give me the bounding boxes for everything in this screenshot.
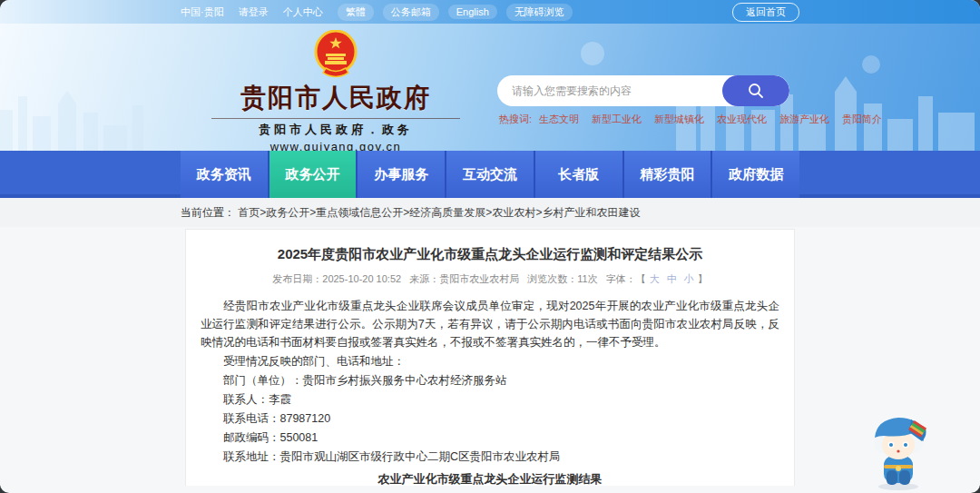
font-size-option[interactable]: 中 bbox=[667, 273, 677, 284]
contact-line: 联系地址：贵阳市观山湖区市级行政中心二期C区贵阳市农业农村局 bbox=[201, 448, 779, 466]
font-size-control: 字体：【大中小】 bbox=[606, 273, 708, 284]
hot-word-list: 生态文明新型工业化新型城镇化农业现代化旅游产业化贵阳简介 bbox=[539, 113, 895, 126]
profile-link[interactable]: 个人中心 bbox=[283, 5, 323, 19]
hot-word-link[interactable]: 旅游产业化 bbox=[779, 113, 829, 126]
site-banner: 贵阳市人民政府 贵阳市人民政府．政务 www.guiyang.gov.cn 热搜… bbox=[0, 24, 980, 198]
bokeh-decor bbox=[581, 42, 604, 65]
nav-item-办事服务[interactable]: 办事服务 bbox=[358, 151, 445, 198]
back-home-button[interactable]: 返回首页 bbox=[732, 3, 799, 22]
hot-search-label: 热搜词: bbox=[499, 113, 532, 126]
content-area: 2025年度贵阳市农业产业化市级重点龙头企业运行监测和评定结果公示 发布日期：2… bbox=[0, 227, 980, 486]
search-icon bbox=[748, 83, 764, 99]
contact-line: 联系人：李霞 bbox=[201, 390, 779, 409]
nav-item-政府数据[interactable]: 政府数据 bbox=[712, 151, 799, 198]
contact-line: 部门（单位）：贵阳市乡村振兴服务中心农村经济服务站 bbox=[201, 371, 779, 389]
nav-item-政务资讯[interactable]: 政务资讯 bbox=[181, 151, 268, 198]
login-link[interactable]: 请登录 bbox=[239, 5, 269, 19]
font-label-end: 】 bbox=[698, 273, 708, 284]
font-size-option[interactable]: 大 bbox=[650, 273, 660, 284]
hot-search-words: 热搜词: 生态文明新型工业化新型城镇化农业现代化旅游产业化贵阳简介 bbox=[499, 113, 895, 126]
region-link[interactable]: 中国·贵阳 bbox=[181, 5, 224, 19]
site-logo[interactable]: 贵阳市人民政府 贵阳市人民政府．政务 www.guiyang.gov.cn bbox=[211, 30, 460, 153]
search-button[interactable] bbox=[722, 75, 789, 106]
table-caption: 农业产业化市级重点龙头企业运行监测结果 bbox=[201, 471, 779, 486]
nav-item-精彩贵阳[interactable]: 精彩贵阳 bbox=[624, 151, 711, 198]
view-count: 浏览次数：11次 bbox=[527, 273, 597, 284]
font-label: 字体：【 bbox=[606, 273, 646, 284]
hot-word-link[interactable]: 生态文明 bbox=[539, 113, 579, 126]
article-source: 来源：贵阳市农业农村局 bbox=[409, 273, 519, 284]
utility-link[interactable]: 公务邮箱 bbox=[383, 4, 439, 21]
main-navigation: 政务资讯政务公开办事服务互动交流长者版精彩贵阳政府数据 bbox=[0, 151, 980, 198]
contact-line: 联系电话：87987120 bbox=[201, 409, 779, 428]
utility-link[interactable]: 无障碍浏览 bbox=[506, 4, 573, 21]
article-paragraph: 经贵阳市农业产业化市级重点龙头企业联席会议成员单位审定，现对2025年开展的农业… bbox=[201, 297, 779, 351]
font-size-buttons: 大中小 bbox=[646, 273, 698, 284]
utility-link[interactable]: 繁體 bbox=[338, 4, 374, 21]
mascot-assistant-icon[interactable] bbox=[862, 409, 935, 490]
utility-links: 繁體公务邮箱English无障碍浏览 bbox=[338, 4, 582, 21]
nav-item-长者版[interactable]: 长者版 bbox=[535, 151, 622, 198]
breadcrumb-path[interactable]: 首页>政务公开>重点领域信息公开>经济高质量发展>农业农村>乡村产业和农田建设 bbox=[238, 206, 640, 219]
article-body: 经贵阳市农业产业化市级重点龙头企业联席会议成员单位审定，现对2025年开展的农业… bbox=[201, 297, 779, 486]
article-paragraphs: 经贵阳市农业产业化市级重点龙头企业联席会议成员单位审定，现对2025年开展的农业… bbox=[201, 297, 779, 370]
breadcrumb-label: 当前位置： bbox=[181, 206, 235, 219]
breadcrumb-bar: 当前位置： 首页>政务公开>重点领域信息公开>经济高质量发展>农业农村>乡村产业… bbox=[0, 198, 980, 227]
contact-line: 邮政编码：550081 bbox=[201, 429, 779, 447]
nav-item-政务公开[interactable]: 政务公开 bbox=[270, 151, 357, 198]
article-paragraph: 受理情况反映的部门、电话和地址： bbox=[201, 352, 779, 370]
article-meta: 发布日期：2025-10-20 10:52 来源：贵阳市农业农村局 浏览次数：1… bbox=[201, 272, 779, 286]
site-title: 贵阳市人民政府 bbox=[211, 81, 460, 115]
font-size-option[interactable]: 小 bbox=[684, 273, 694, 284]
cityscape-decoration-left bbox=[0, 87, 163, 151]
article-card: 2025年度贵阳市农业产业化市级重点龙头企业运行监测和评定结果公示 发布日期：2… bbox=[185, 229, 795, 486]
nav-item-互动交流[interactable]: 互动交流 bbox=[446, 151, 534, 198]
utility-link[interactable]: English bbox=[448, 5, 497, 19]
hot-word-link[interactable]: 新型城镇化 bbox=[654, 113, 704, 126]
search-bar bbox=[497, 75, 789, 106]
hot-word-link[interactable]: 农业现代化 bbox=[717, 113, 767, 126]
browser-page: 中国·贵阳 请登录 个人中心 繁體公务邮箱English无障碍浏览 返回首页 bbox=[0, 0, 980, 493]
publish-date: 发布日期：2025-10-20 10:52 bbox=[272, 273, 401, 284]
article-title: 2025年度贵阳市农业产业化市级重点龙头企业运行监测和评定结果公示 bbox=[201, 246, 779, 263]
hot-word-link[interactable]: 新型工业化 bbox=[592, 113, 642, 126]
site-subtitle: 贵阳市人民政府．政务 bbox=[211, 118, 460, 138]
top-utility-bar: 中国·贵阳 请登录 个人中心 繁體公务邮箱English无障碍浏览 返回首页 bbox=[0, 0, 980, 24]
hot-word-link[interactable]: 贵阳简介 bbox=[842, 113, 882, 126]
breadcrumb: 当前位置： 首页>政务公开>重点领域信息公开>经济高质量发展>农业农村>乡村产业… bbox=[181, 205, 799, 221]
national-emblem-icon bbox=[314, 30, 358, 79]
contact-info: 部门（单位）：贵阳市乡村振兴服务中心农村经济服务站联系人：李霞联系电话：8798… bbox=[201, 371, 779, 466]
search-input[interactable] bbox=[497, 75, 722, 106]
